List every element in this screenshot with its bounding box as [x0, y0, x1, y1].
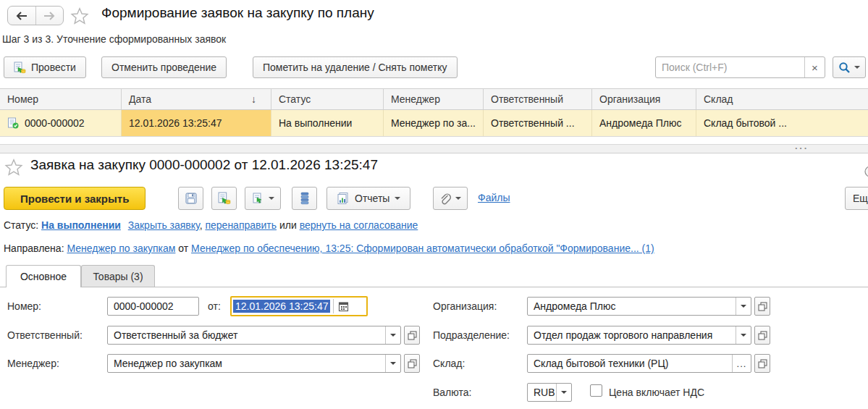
column-header-manager[interactable]: Менеджер	[384, 89, 484, 109]
manager-open-button[interactable]	[404, 354, 420, 373]
tab-content-border	[0, 287, 868, 287]
post-and-close-button[interactable]: Провести и закрыть	[4, 187, 146, 210]
cell-warehouse[interactable]: Склад бытовой ...	[696, 110, 868, 136]
vat-included-label: Цена включает НДС	[609, 387, 704, 398]
department-label: Подразделение:	[433, 329, 510, 341]
comma-text: ,	[200, 219, 203, 231]
splitter-grip-icon[interactable]: ···	[795, 143, 809, 153]
cell-number[interactable]: 0000-000002	[0, 110, 122, 136]
doc-post-button[interactable]	[211, 187, 237, 210]
warehouse-open-button[interactable]	[754, 354, 770, 373]
warehouse-field[interactable]: Склад бытовой техники (РЦ) ...	[527, 354, 751, 373]
responsible-field[interactable]: Ответственный за бюджет	[107, 326, 401, 345]
manager-field[interactable]: Менеджер по закупкам	[107, 354, 401, 373]
search-dropdown-caret	[854, 66, 860, 69]
status-value-link[interactable]: На выполнении	[41, 219, 121, 231]
dropdown-caret-icon	[741, 305, 746, 308]
table-header-row: Номер Дата↓ Статус Менеджер Ответственны…	[0, 88, 868, 110]
number-label: Номер:	[7, 300, 41, 312]
column-header-date[interactable]: Дата↓	[122, 89, 271, 109]
cell-status[interactable]: На выполнении	[271, 110, 384, 136]
currency-dropdown-button[interactable]	[556, 384, 571, 401]
wizard-step-text: Шаг 3 из 3. Уточнение сформированных зая…	[2, 33, 226, 45]
register-records-icon	[300, 192, 310, 205]
responsible-dropdown-button[interactable]	[385, 326, 400, 344]
organization-dropdown-button[interactable]	[736, 298, 751, 315]
column-header-warehouse[interactable]: Склад	[696, 89, 868, 109]
date-prefix-label: от:	[208, 300, 221, 312]
attachments-button[interactable]	[433, 187, 468, 210]
organization-field[interactable]: Андромеда Плюс	[527, 297, 751, 316]
document-title: Заявка на закупку 0000-000002 от 12.01.2…	[30, 157, 378, 173]
cell-organization[interactable]: Андромеда Плюс	[592, 110, 696, 136]
mark-deletion-label: Пометить на удаление / Снять пометку	[263, 62, 447, 73]
date-selected-text: 12.01.2026 13:25:47	[233, 300, 330, 313]
calendar-button[interactable]	[334, 298, 353, 315]
column-header-responsible[interactable]: Ответственный	[484, 89, 592, 109]
open-icon	[408, 359, 417, 368]
create-based-on-caret	[269, 197, 274, 200]
tab-goods[interactable]: Товары (3)	[81, 265, 155, 287]
cell-responsible[interactable]: Ответственный ...	[484, 110, 592, 136]
reports-button[interactable]: Отчеты	[326, 187, 410, 210]
undo-post-button[interactable]: Отменить проведение	[101, 56, 227, 78]
register-records-button[interactable]	[292, 187, 317, 210]
favorite-star-icon[interactable]	[70, 7, 89, 25]
tab-main[interactable]: Основное	[6, 265, 81, 287]
back-button[interactable]	[8, 7, 36, 25]
column-header-organization[interactable]: Организация	[592, 89, 696, 109]
files-link[interactable]: Файлы	[478, 192, 510, 203]
save-button[interactable]	[178, 187, 203, 210]
more-button[interactable]: Ещ	[845, 187, 868, 210]
routed-to-link[interactable]: Менеджер по закупкам	[67, 243, 175, 254]
page-title: Формирование заявок на закупку по плану	[101, 5, 374, 21]
open-icon	[758, 302, 767, 311]
close-request-link[interactable]: Закрыть заявку	[128, 219, 200, 231]
organization-open-button[interactable]	[754, 297, 770, 316]
table-row[interactable]: 0000-000002 12.01.2026 13:25:47 На выпол…	[0, 110, 868, 137]
posted-document-icon	[7, 117, 19, 129]
cell-date-selected[interactable]: 12.01.2026 13:25:47	[122, 110, 271, 136]
open-icon	[758, 359, 767, 368]
manager-dropdown-button[interactable]	[385, 355, 400, 372]
dropdown-caret-icon	[741, 334, 746, 337]
warehouse-label: Склад:	[433, 358, 465, 369]
more-button-label: Ещ	[853, 193, 868, 204]
department-field[interactable]: Отдел продаж торгового направления	[527, 326, 751, 345]
search-input[interactable]	[656, 57, 804, 77]
mark-deletion-button[interactable]: Пометить на удаление / Снять пометку	[253, 56, 458, 78]
reports-icon	[337, 192, 350, 205]
department-open-button[interactable]	[754, 326, 770, 345]
currency-field[interactable]: RUB	[527, 383, 572, 402]
doc-favorite-star-icon[interactable]	[4, 158, 23, 177]
organization-label: Организация:	[433, 300, 497, 312]
open-icon	[408, 331, 417, 340]
redirect-link[interactable]: перенаправить	[205, 219, 277, 231]
column-header-number[interactable]: Номер	[0, 89, 122, 109]
number-field[interactable]: 0000-000002	[107, 297, 199, 316]
search-button[interactable]	[833, 56, 866, 78]
vat-included-checkbox[interactable]	[590, 384, 602, 397]
create-based-on-icon	[252, 193, 264, 205]
create-based-on-button[interactable]	[245, 187, 281, 210]
return-approval-link[interactable]: вернуть на согласование	[300, 219, 418, 231]
undo-post-label: Отменить проведение	[111, 62, 216, 73]
post-button[interactable]: Провести	[4, 56, 86, 78]
panel-splitter[interactable]: ···	[0, 144, 868, 153]
routed-label: Направлена:	[4, 243, 64, 254]
search-clear-button[interactable]: ×	[804, 57, 825, 77]
cell-manager[interactable]: Менеджер по за...	[384, 110, 484, 136]
currency-label: Валюта:	[433, 387, 471, 398]
department-dropdown-button[interactable]	[736, 326, 751, 344]
dropdown-caret-icon	[390, 334, 396, 337]
dropdown-caret-icon	[390, 362, 396, 365]
warehouse-choose-button[interactable]: ...	[732, 355, 751, 372]
forward-button[interactable]	[36, 7, 64, 25]
date-field-focused[interactable]: 12.01.2026 13:25:47	[230, 296, 368, 316]
routed-from-link[interactable]: Менеджер по обеспечению, 13:25: Сформиро…	[191, 243, 654, 254]
responsible-open-button[interactable]	[404, 326, 420, 345]
sort-descending-icon: ↓	[251, 93, 256, 105]
column-header-status[interactable]: Статус	[271, 89, 384, 109]
application-window: Формирование заявок на закупку по плану …	[0, 0, 868, 409]
documents-table: Номер Дата↓ Статус Менеджер Ответственны…	[0, 88, 868, 137]
